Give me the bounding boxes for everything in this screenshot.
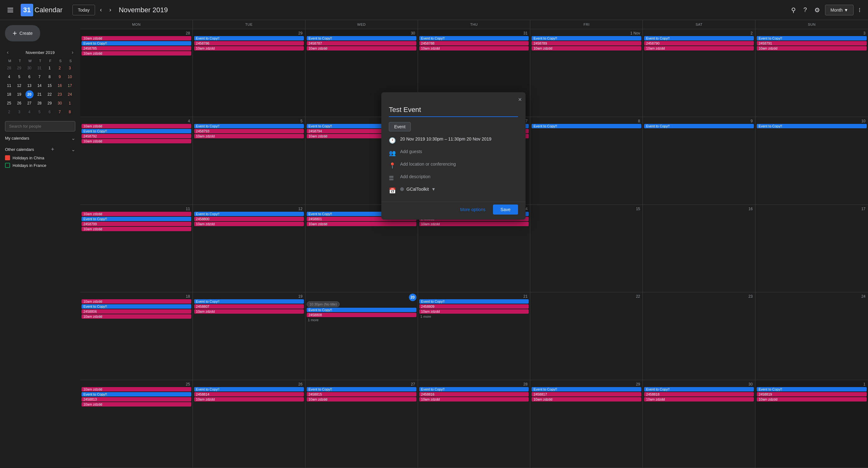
calendar-cell[interactable]: 2810am zdzddEvent to Copy!!245878510am z…: [80, 29, 193, 117]
event-pill[interactable]: 2458789: [531, 41, 641, 45]
calendar-cell[interactable]: 2510am zdzddEvent to Copy!!245881310am z…: [80, 380, 193, 468]
event-pill[interactable]: 10am zdzdd: [82, 51, 191, 56]
mini-day[interactable]: 29: [15, 64, 23, 72]
event-pill[interactable]: 10am zdzdd: [82, 299, 191, 304]
mini-day[interactable]: 26: [15, 99, 23, 107]
calendar-item-china[interactable]: Holidays in China: [2, 154, 78, 161]
event-pill[interactable]: 10am zdzdd: [757, 397, 867, 402]
event-pill[interactable]: 2458808: [307, 313, 416, 317]
event-pill[interactable]: Event to Copy!!: [419, 36, 529, 40]
event-pill[interactable]: Event to Copy!!: [82, 217, 191, 221]
event-pill[interactable]: 2458819: [757, 392, 867, 397]
event-pill[interactable]: 2458818: [644, 392, 754, 397]
mini-day[interactable]: 17: [66, 82, 74, 90]
event-pill[interactable]: 2458785: [82, 46, 191, 51]
event-pill[interactable]: 10am zdzdd: [82, 139, 191, 143]
event-pill[interactable]: 10am zdzdd: [82, 124, 191, 128]
mini-day[interactable]: 25: [5, 99, 13, 107]
event-pill[interactable]: Event to Copy!!: [757, 387, 867, 392]
mini-prev-button[interactable]: ‹: [5, 49, 10, 56]
calendar-cell[interactable]: 1 NovEvent to Copy!!245878910am zdzdd: [530, 29, 643, 117]
calendar-cell[interactable]: 28Event to Copy!!245881610am zdzdd: [418, 380, 531, 468]
event-pill[interactable]: 2458813: [82, 397, 191, 402]
settings-button[interactable]: ⚙: [812, 4, 823, 16]
event-pill[interactable]: 2458787: [307, 41, 416, 45]
calendar-cell[interactable]: 19Event to Copy!!245880710am zdzdd: [193, 292, 305, 380]
mini-day[interactable]: 7: [35, 73, 43, 81]
mini-day[interactable]: 31: [35, 64, 43, 72]
event-pill[interactable]: 10am zdzdd: [531, 46, 641, 51]
event-pill[interactable]: 10am zdzdd: [419, 309, 529, 314]
app-logo[interactable]: 31 Calendar: [21, 4, 62, 16]
event-pill[interactable]: 2458800: [194, 217, 304, 221]
mini-day[interactable]: 24: [66, 90, 74, 98]
mini-day[interactable]: 30: [25, 64, 34, 72]
mini-day[interactable]: 10: [66, 73, 74, 81]
mini-day[interactable]: 4: [25, 108, 34, 116]
my-calendars-header[interactable]: My calendars ⌄: [2, 134, 78, 143]
event-pill[interactable]: 2458814: [194, 392, 304, 397]
mini-day[interactable]: 13: [25, 82, 34, 90]
event-pill[interactable]: 10am zdzdd: [419, 397, 529, 402]
search-people-input[interactable]: [5, 121, 75, 131]
france-checkbox[interactable]: [5, 163, 10, 168]
search-button[interactable]: ⚲: [789, 4, 798, 16]
calendar-cell[interactable]: 15: [530, 205, 643, 293]
mini-day[interactable]: 6: [25, 73, 34, 81]
event-pill[interactable]: Event to Copy!!: [419, 387, 529, 392]
no-title-event[interactable]: 10:30pm (No title): [307, 302, 340, 307]
mini-day[interactable]: 6: [45, 108, 54, 116]
mini-day[interactable]: 16: [56, 82, 64, 90]
event-pill[interactable]: Event to Copy!!: [644, 124, 754, 128]
calendar-cell[interactable]: 12Event to Copy!!245880010am zdzdd: [193, 205, 305, 293]
event-pill[interactable]: 10am zdzdd: [82, 36, 191, 40]
next-month-button[interactable]: ›: [107, 4, 114, 16]
calendar-item-france[interactable]: Holidays in France: [2, 161, 78, 169]
mini-day[interactable]: 19: [15, 90, 23, 98]
calendar-cell[interactable]: 1110am zdzddEvent to Copy!!245879910am z…: [80, 205, 193, 293]
mini-day[interactable]: 2: [56, 64, 64, 72]
calendar-cell[interactable]: 410am zdzddEvent to Copy!!245879210am zd…: [80, 117, 193, 205]
add-description-field[interactable]: Add description: [400, 174, 431, 179]
mini-day[interactable]: 15: [45, 82, 54, 90]
calendar-cell[interactable]: 2010:30pm (No title)Event to Copy!!24588…: [305, 292, 418, 380]
calendar-cell[interactable]: 23: [643, 292, 755, 380]
event-type-button[interactable]: Event: [389, 122, 411, 131]
event-title-input[interactable]: [389, 104, 518, 117]
event-pill[interactable]: Event to Copy!!: [194, 387, 304, 392]
event-pill[interactable]: 10am zdzdd: [194, 134, 304, 138]
create-button[interactable]: + Create: [5, 25, 40, 41]
mini-day[interactable]: 29: [45, 99, 54, 107]
calendar-cell[interactable]: 29Event to Copy!!245881710am zdzdd: [530, 380, 643, 468]
event-pill[interactable]: Event to Copy!!: [531, 124, 641, 128]
calendar-cell[interactable]: 8Event to Copy!!: [530, 117, 643, 205]
event-pill[interactable]: Event to Copy!!: [307, 36, 416, 40]
event-pill[interactable]: Event to Copy!!: [82, 304, 191, 309]
event-pill[interactable]: Event to Copy!!: [194, 299, 304, 304]
mini-day[interactable]: 3: [15, 108, 23, 116]
hamburger-button[interactable]: [5, 5, 16, 15]
mini-day[interactable]: 8: [66, 108, 74, 116]
calendar-cell[interactable]: 17: [755, 205, 868, 293]
event-pill[interactable]: 10am zdzdd: [82, 227, 191, 231]
event-pill[interactable]: Event to Copy!!: [82, 129, 191, 133]
more-events-link[interactable]: 1 more: [307, 318, 416, 322]
mini-day[interactable]: 14: [35, 82, 43, 90]
event-pill[interactable]: 10am zdzdd: [194, 397, 304, 402]
event-pill[interactable]: 2458816: [419, 392, 529, 397]
event-pill[interactable]: Event to Copy!!: [531, 36, 641, 40]
add-guests-field[interactable]: Add guests: [400, 149, 422, 154]
event-pill[interactable]: Event to Copy!!: [531, 387, 641, 392]
calendar-cell[interactable]: 24: [755, 292, 868, 380]
calendar-cell[interactable]: 22: [530, 292, 643, 380]
event-pill[interactable]: 2458793: [194, 129, 304, 133]
calendar-cell[interactable]: 5Event to Copy!!245879310am zdzdd: [193, 117, 305, 205]
calendar-cell[interactable]: 21Event to Copy!!245880910am zdzdd1 more: [418, 292, 531, 380]
mini-day[interactable]: 23: [56, 90, 64, 98]
apps-button[interactable]: ⁝: [856, 4, 863, 16]
calendar-cell[interactable]: 27Event to Copy!!245881510am zdzdd: [305, 380, 418, 468]
event-pill[interactable]: 10am zdzdd: [757, 46, 867, 51]
event-pill[interactable]: 2458786: [194, 41, 304, 45]
calendar-cell[interactable]: 2Event to Copy!!245879010am zdzdd: [643, 29, 755, 117]
calendar-cell[interactable]: 30Event to Copy!!245881810am zdzdd: [643, 380, 755, 468]
